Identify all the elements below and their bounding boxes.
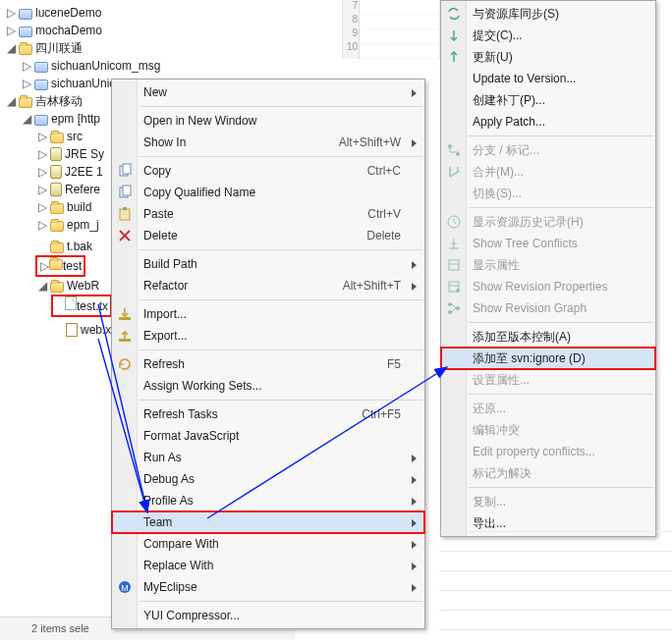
menu-item-label: Compare With xyxy=(143,537,401,551)
expand-toggle[interactable]: ▷ xyxy=(37,128,47,145)
menu-item[interactable]: 提交(C)... xyxy=(441,25,655,46)
menu-item[interactable]: Profile As xyxy=(112,490,424,511)
menu-item[interactable]: MMyEclipse xyxy=(112,576,424,598)
menu-item[interactable]: Assign Working Sets... xyxy=(112,375,424,397)
folder-icon xyxy=(19,97,32,108)
svg-rect-1 xyxy=(123,164,131,174)
menu-item[interactable]: PasteCtrl+V xyxy=(112,203,424,225)
menu-item[interactable]: Team xyxy=(112,511,424,533)
jar-icon xyxy=(50,165,62,179)
menu-item-accelerator: F5 xyxy=(387,357,401,371)
sync-icon xyxy=(446,6,462,22)
tree-item-label: J2EE 1 xyxy=(65,163,103,181)
svg-rect-8 xyxy=(119,317,131,320)
context-menu-primary[interactable]: NewOpen in New WindowShow InAlt+Shift+WC… xyxy=(111,79,425,629)
tree-item-label: mochaDemo xyxy=(35,22,102,39)
menu-item-label: Copy Qualified Name xyxy=(143,186,401,199)
menu-item: 还原... xyxy=(441,398,655,419)
context-menu-team[interactable]: 与资源库同步(S)提交(C)...更新(U)Update to Version.… xyxy=(440,0,656,537)
expand-toggle[interactable]: ◢ xyxy=(6,39,16,57)
menu-item[interactable]: Apply Patch... xyxy=(441,111,655,133)
svg-point-22 xyxy=(448,310,452,314)
myeclipse-icon: M xyxy=(117,579,133,595)
menu-item[interactable]: Format JavaScript xyxy=(112,425,424,447)
menu-item-label: 添加至 svn:ignore (D) xyxy=(473,350,632,367)
menu-item[interactable]: 添加至版本控制(A) xyxy=(441,326,655,348)
menu-item-label: 切换(S)... xyxy=(473,186,632,202)
pkg-icon xyxy=(19,27,32,37)
menu-item[interactable]: Export... xyxy=(112,325,424,347)
menu-item[interactable]: Copy Qualified Name xyxy=(112,182,424,203)
menu-item: 显示资源历史记录(H) xyxy=(441,211,655,233)
menu-item: 合并(M)... xyxy=(441,161,655,183)
menu-item[interactable]: RefreshF5 xyxy=(112,353,424,375)
menu-item-accelerator: Ctrl+C xyxy=(367,164,401,178)
menu-item-label: 显示属性 xyxy=(473,257,632,274)
menu-item[interactable]: 添加至 svn:ignore (D) xyxy=(441,348,655,369)
svg-rect-15 xyxy=(449,260,459,270)
expand-toggle[interactable]: ▷ xyxy=(37,145,47,163)
tree-item-label: test xyxy=(63,259,82,273)
expand-toggle[interactable]: ◢ xyxy=(37,277,47,295)
folder-icon xyxy=(50,242,64,253)
folder-icon xyxy=(50,282,64,293)
tree-item-label: t.bak xyxy=(67,238,92,255)
expand-toggle[interactable]: ▷ xyxy=(39,257,49,275)
menu-item[interactable]: Import... xyxy=(112,303,424,325)
menu-item[interactable]: 更新(U) xyxy=(441,46,655,68)
menu-item[interactable]: Run As xyxy=(112,447,424,468)
expand-toggle[interactable]: ▷ xyxy=(22,75,31,92)
expand-toggle[interactable]: ▷ xyxy=(6,4,16,22)
menu-item[interactable]: Compare With xyxy=(112,533,424,555)
folder-icon xyxy=(50,221,64,232)
expand-toggle[interactable]: ▷ xyxy=(37,181,47,198)
menu-item[interactable]: Update to Version... xyxy=(441,68,655,89)
import-icon xyxy=(117,306,133,322)
folder-icon xyxy=(49,259,63,270)
menu-item-label: MyEclipse xyxy=(143,580,401,594)
folder-icon xyxy=(19,44,32,55)
pkg-icon xyxy=(34,115,48,126)
menu-item[interactable]: 创建补丁(P)... xyxy=(441,89,655,111)
menu-item-label: YUI Compressor... xyxy=(143,609,401,622)
expand-toggle[interactable]: ▷ xyxy=(37,163,47,181)
folder-icon xyxy=(50,203,64,214)
expand-toggle[interactable]: ▷ xyxy=(37,216,47,234)
menu-item-label: Debug As xyxy=(143,472,401,486)
pkg-icon xyxy=(34,62,48,73)
menu-item-label: 提交(C)... xyxy=(473,27,632,44)
expand-toggle[interactable]: ▷ xyxy=(22,57,31,75)
menu-item: 切换(S)... xyxy=(441,183,655,204)
menu-item[interactable]: Refresh TasksCtrl+F5 xyxy=(112,403,424,425)
menu-item[interactable]: Show InAlt+Shift+W xyxy=(112,132,424,153)
menu-item: Show Tree Conflicts xyxy=(441,233,655,254)
menu-item-label: Paste xyxy=(143,207,344,221)
menu-item-label: New xyxy=(143,85,401,99)
expand-toggle[interactable]: ◢ xyxy=(22,110,31,128)
expand-toggle[interactable]: ◢ xyxy=(6,92,16,110)
expand-toggle[interactable]: ▷ xyxy=(6,22,16,39)
editor-gutter: 7 8 9 10 xyxy=(342,0,440,59)
menu-item-label: Edit property conflicts... xyxy=(473,445,632,458)
menu-item[interactable]: Debug As xyxy=(112,468,424,490)
menu-item[interactable]: CopyCtrl+C xyxy=(112,160,424,182)
update-icon xyxy=(446,49,462,65)
background-table xyxy=(439,512,672,630)
menu-item[interactable]: Open in New Window xyxy=(112,110,424,132)
menu-item[interactable]: 与资源库同步(S) xyxy=(441,3,655,25)
export-icon xyxy=(117,328,133,344)
menu-item[interactable]: Build Path xyxy=(112,253,424,275)
menu-item-label: 创建补丁(P)... xyxy=(473,92,632,109)
menu-item[interactable]: New xyxy=(112,81,424,103)
expand-toggle[interactable]: ▷ xyxy=(37,198,47,216)
menu-item-label: Show Tree Conflicts xyxy=(473,237,632,250)
menu-item[interactable]: DeleteDelete xyxy=(112,225,424,246)
menu-item-label: 复制... xyxy=(473,494,632,510)
menu-item[interactable]: YUI Compressor... xyxy=(112,605,424,626)
menu-item-label: 还原... xyxy=(473,401,632,417)
menu-item-label: Open in New Window xyxy=(143,114,401,128)
menu-item[interactable]: RefactorAlt+Shift+T xyxy=(112,275,424,296)
menu-item: Show Revision Properties xyxy=(441,276,655,297)
menu-item-label: Profile As xyxy=(143,494,401,508)
menu-item[interactable]: Replace With xyxy=(112,555,424,576)
